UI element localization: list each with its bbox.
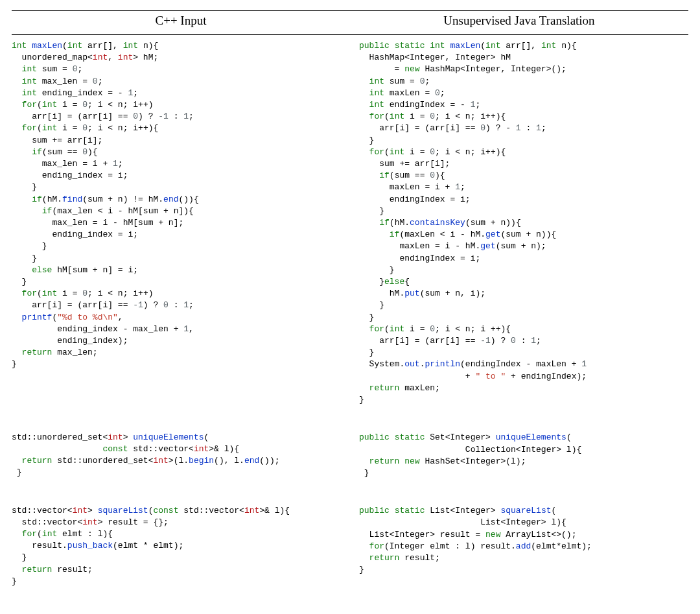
code-columns: int maxLen(int arr[], int n){ unordered_…: [12, 36, 688, 587]
rule-bottom: [12, 34, 688, 35]
java-snippet-2: public static Set<Integer> uniqueElement…: [359, 432, 688, 479]
java-snippet-1: public static int maxLen(int arr[], int …: [359, 40, 688, 406]
cpp-snippet-3: std::vector<int> squareList(const std::v…: [12, 505, 341, 587]
java-column: public static int maxLen(int arr[], int …: [359, 36, 688, 587]
header-right: Unsupervised Java Translation: [350, 12, 688, 32]
column-headers: C++ Input Unsupervised Java Translation: [12, 12, 688, 32]
cpp-snippet-1: int maxLen(int arr[], int n){ unordered_…: [12, 40, 341, 371]
java-snippet-3: public static List<Integer> squareList( …: [359, 505, 688, 576]
header-left: C++ Input: [12, 12, 350, 32]
cpp-snippet-2: std::unordered_set<int> uniqueElements( …: [12, 432, 341, 479]
rule-top: [12, 10, 688, 11]
cpp-column: int maxLen(int arr[], int n){ unordered_…: [12, 36, 341, 587]
